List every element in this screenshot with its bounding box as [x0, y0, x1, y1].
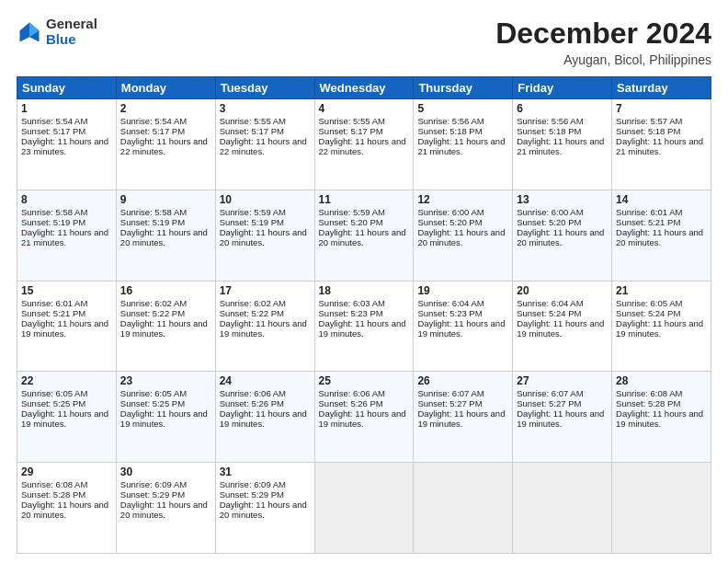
daylight-label: Daylight: 11 hours and 19 minutes.	[319, 318, 406, 339]
sunset-label: Sunset: 5:26 PM	[220, 398, 284, 408]
sunset-label: Sunset: 5:23 PM	[417, 308, 482, 318]
calendar-cell: 17 Sunrise: 6:02 AM Sunset: 5:22 PM Dayl…	[215, 281, 314, 372]
daylight-label: Daylight: 11 hours and 20 minutes.	[120, 500, 208, 520]
header-saturday: Saturday	[612, 77, 711, 99]
title-block: December 2024 Ayugan, Bicol, Philippines	[495, 17, 711, 67]
sunrise-label: Sunrise: 5:58 AM	[120, 207, 187, 217]
sunset-label: Sunset: 5:21 PM	[21, 308, 85, 318]
sunrise-label: Sunrise: 6:07 AM	[517, 388, 583, 398]
calendar-cell	[612, 463, 711, 554]
sunset-label: Sunset: 5:19 PM	[220, 217, 284, 227]
daylight-label: Daylight: 11 hours and 19 minutes.	[616, 408, 703, 429]
sunset-label: Sunset: 5:29 PM	[220, 489, 284, 500]
calendar-cell: 18 Sunrise: 6:03 AM Sunset: 5:23 PM Dayl…	[314, 281, 414, 372]
daylight-label: Daylight: 11 hours and 22 minutes.	[319, 136, 406, 156]
day-number: 27	[517, 374, 608, 387]
day-number: 3	[220, 102, 311, 115]
day-number: 21	[616, 284, 707, 297]
sunrise-label: Sunrise: 5:55 AM	[319, 116, 385, 126]
day-number: 17	[220, 284, 311, 297]
day-number: 26	[417, 374, 508, 387]
day-number: 1	[21, 102, 112, 115]
daylight-label: Daylight: 11 hours and 20 minutes.	[120, 227, 208, 247]
sunrise-label: Sunrise: 5:55 AM	[220, 116, 286, 126]
day-number: 20	[517, 284, 608, 297]
daylight-label: Daylight: 11 hours and 19 minutes.	[417, 408, 505, 429]
daylight-label: Daylight: 11 hours and 23 minutes.	[21, 136, 108, 156]
sunset-label: Sunset: 5:18 PM	[417, 126, 482, 136]
logo-blue: Blue	[46, 32, 97, 48]
day-number: 22	[21, 374, 112, 387]
calendar-cell: 28 Sunrise: 6:08 AM Sunset: 5:28 PM Dayl…	[612, 372, 711, 463]
calendar-cell: 23 Sunrise: 6:05 AM Sunset: 5:25 PM Dayl…	[116, 372, 215, 463]
calendar-week-row-2: 8 Sunrise: 5:58 AM Sunset: 5:19 PM Dayli…	[17, 190, 711, 281]
daylight-label: Daylight: 11 hours and 20 minutes.	[21, 500, 108, 520]
day-number: 29	[21, 465, 112, 478]
daylight-label: Daylight: 11 hours and 19 minutes.	[220, 318, 307, 339]
sunset-label: Sunset: 5:20 PM	[517, 217, 581, 227]
calendar-cell: 11 Sunrise: 5:59 AM Sunset: 5:20 PM Dayl…	[314, 190, 414, 281]
sunrise-label: Sunrise: 6:01 AM	[21, 298, 87, 308]
sunset-label: Sunset: 5:28 PM	[21, 489, 85, 500]
calendar-cell: 14 Sunrise: 6:01 AM Sunset: 5:21 PM Dayl…	[612, 190, 711, 281]
calendar-cell	[314, 463, 414, 554]
header-wednesday: Wednesday	[314, 77, 414, 99]
sunrise-label: Sunrise: 6:05 AM	[21, 388, 87, 398]
sunrise-label: Sunrise: 6:07 AM	[417, 388, 483, 398]
sunrise-label: Sunrise: 5:56 AM	[417, 116, 483, 126]
daylight-label: Daylight: 11 hours and 20 minutes.	[616, 227, 703, 247]
sunset-label: Sunset: 5:17 PM	[120, 126, 185, 136]
daylight-label: Daylight: 11 hours and 19 minutes.	[517, 318, 604, 339]
calendar-cell: 19 Sunrise: 6:04 AM Sunset: 5:23 PM Dayl…	[414, 281, 513, 372]
daylight-label: Daylight: 11 hours and 19 minutes.	[417, 318, 505, 339]
day-number: 16	[120, 284, 211, 297]
daylight-label: Daylight: 11 hours and 20 minutes.	[517, 227, 604, 247]
calendar-cell	[513, 463, 612, 554]
calendar-cell: 10 Sunrise: 5:59 AM Sunset: 5:19 PM Dayl…	[215, 190, 314, 281]
day-number: 11	[319, 193, 410, 206]
sunrise-label: Sunrise: 6:01 AM	[616, 207, 682, 217]
calendar-cell: 25 Sunrise: 6:06 AM Sunset: 5:26 PM Dayl…	[314, 372, 414, 463]
sunset-label: Sunset: 5:22 PM	[220, 308, 284, 318]
sunset-label: Sunset: 5:24 PM	[517, 308, 581, 318]
calendar-cell: 20 Sunrise: 6:04 AM Sunset: 5:24 PM Dayl…	[513, 281, 612, 372]
daylight-label: Daylight: 11 hours and 19 minutes.	[21, 318, 108, 339]
daylight-label: Daylight: 11 hours and 20 minutes.	[319, 227, 406, 247]
sunset-label: Sunset: 5:17 PM	[319, 126, 383, 136]
logo: General Blue	[17, 17, 97, 47]
day-number: 2	[120, 102, 211, 115]
daylight-label: Daylight: 11 hours and 22 minutes.	[220, 136, 307, 156]
calendar-cell: 29 Sunrise: 6:08 AM Sunset: 5:28 PM Dayl…	[17, 463, 117, 554]
sunrise-label: Sunrise: 6:08 AM	[616, 388, 682, 398]
daylight-label: Daylight: 11 hours and 20 minutes.	[220, 500, 307, 520]
day-number: 13	[517, 193, 608, 206]
calendar-cell: 2 Sunrise: 5:54 AM Sunset: 5:17 PM Dayli…	[116, 99, 215, 190]
sunset-label: Sunset: 5:24 PM	[616, 308, 680, 318]
day-number: 31	[220, 465, 311, 478]
month-title: December 2024	[495, 17, 711, 51]
sunrise-label: Sunrise: 6:04 AM	[517, 298, 583, 308]
day-number: 18	[319, 284, 410, 297]
calendar-cell: 24 Sunrise: 6:06 AM Sunset: 5:26 PM Dayl…	[215, 372, 314, 463]
page: General Blue December 2024 Ayugan, Bicol…	[0, 0, 728, 563]
logo-icon	[17, 19, 42, 45]
calendar-cell: 26 Sunrise: 6:07 AM Sunset: 5:27 PM Dayl…	[414, 372, 513, 463]
sunrise-label: Sunrise: 6:06 AM	[220, 388, 286, 398]
sunrise-label: Sunrise: 6:00 AM	[517, 207, 583, 217]
day-number: 9	[120, 193, 211, 206]
sunset-label: Sunset: 5:28 PM	[616, 398, 680, 408]
day-number: 24	[220, 374, 311, 387]
daylight-label: Daylight: 11 hours and 19 minutes.	[21, 408, 108, 429]
location-title: Ayugan, Bicol, Philippines	[495, 52, 711, 67]
calendar-week-row-1: 1 Sunrise: 5:54 AM Sunset: 5:17 PM Dayli…	[17, 99, 711, 190]
sunrise-label: Sunrise: 5:54 AM	[120, 116, 187, 126]
daylight-label: Daylight: 11 hours and 20 minutes.	[417, 227, 505, 247]
calendar-week-row-3: 15 Sunrise: 6:01 AM Sunset: 5:21 PM Dayl…	[17, 281, 711, 372]
header-tuesday: Tuesday	[215, 77, 314, 99]
sunset-label: Sunset: 5:19 PM	[21, 217, 85, 227]
daylight-label: Daylight: 11 hours and 19 minutes.	[120, 318, 208, 339]
calendar-cell: 16 Sunrise: 6:02 AM Sunset: 5:22 PM Dayl…	[116, 281, 215, 372]
calendar-cell: 22 Sunrise: 6:05 AM Sunset: 5:25 PM Dayl…	[17, 372, 117, 463]
day-number: 28	[616, 374, 707, 387]
calendar-cell: 5 Sunrise: 5:56 AM Sunset: 5:18 PM Dayli…	[414, 99, 513, 190]
